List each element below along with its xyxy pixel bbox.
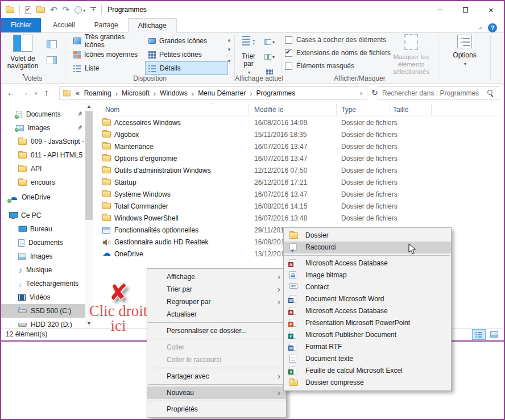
close-button[interactable]: × [478,1,504,18]
sidebar-item-telechargements[interactable]: Téléchargements [1,277,93,290]
view-tres-grandes-icones[interactable]: Très grandes icônes [70,34,145,48]
customize-qat-icon[interactable] [90,7,96,12]
file-row[interactable]: Algobox 15/11/2016 18:35 Dossier de fich… [93,129,504,141]
submenu-item-access-database[interactable]: AMicrosoft Access Database [284,257,451,269]
up-icon[interactable]: ↑ [44,88,49,97]
context-item-partager-avec[interactable]: Partager avec [147,370,286,382]
breadcrumb-roaming[interactable]: Roaming [82,89,114,97]
sidebar-item-documents-pinned[interactable]: Documents [1,107,93,121]
submenu-item-word-document[interactable]: WDocument Microsoft Word [284,293,451,305]
undo-icon[interactable]: ↶ [50,5,57,15]
context-item-nouveau[interactable]: Nouveau [147,386,286,399]
submenu-item-dossier[interactable]: Dossier [284,230,451,242]
add-columns-button[interactable] [262,50,277,64]
column-divider[interactable] [248,104,249,115]
checkbox-cases-a-cocher[interactable]: Cases à cocher des éléments [285,36,386,44]
sidebar-item-009-javascript[interactable]: 009 - JavaScript - [1,135,93,148]
column-divider[interactable] [390,104,390,115]
context-item-proprietes[interactable]: Propriétés [147,403,286,415]
sidebar-item-musique[interactable]: Musique [1,263,93,277]
sidebar-item-011-api-html5[interactable]: 011 - API HTML5 [1,148,93,162]
tab-partage[interactable]: Partage [85,18,128,32]
group-by-button[interactable] [262,35,277,49]
more-views-icon[interactable]: ▼ [225,56,233,65]
properties-icon[interactable] [25,6,31,14]
context-item-personnaliser[interactable]: Personnaliser ce dossier... [147,325,286,337]
breadcrumb-windows[interactable]: Windows [158,89,190,97]
submenu-item-powerpoint[interactable]: PPrésentation Microsoft PowerPoint [284,317,451,329]
checkbox-elements-masques[interactable]: Éléments masqués [285,62,354,70]
view-grandes-icones[interactable]: Grandes icônes [145,34,228,48]
sidebar-item-ssd-c[interactable]: SSD 500 (C:) [1,304,93,318]
submenu-item-access-database-2[interactable]: AMicrosoft Access Database [284,305,451,317]
submenu-item-dossier-compresse[interactable]: Dossier compressé [284,377,451,389]
address-dropdown-icon[interactable]: ∨ [355,90,367,96]
refresh-icon[interactable]: ↻ [371,88,378,97]
sidebar-item-images[interactable]: Images [1,249,93,263]
file-row[interactable]: Startup 26/12/2016 17:21 Dossier de fich… [93,177,504,189]
breadcrumb-menu-demarrer[interactable]: Menu Démarrer [196,89,248,97]
submenu-item-rtf[interactable]: WFormat RTF [284,341,451,353]
file-row[interactable]: Options d'ergonomie 16/07/2016 13:47 Dos… [93,153,504,165]
redo-icon[interactable]: ↷ [63,5,70,15]
column-divider[interactable] [336,104,337,115]
file-row[interactable]: Système Windows 16/07/2016 13:47 Dossier… [93,189,504,201]
details-pane-button[interactable] [44,53,59,67]
tab-fichier[interactable]: Fichier [1,18,41,32]
sidebar-item-api[interactable]: API [1,162,93,176]
recent-locations-icon[interactable]: ∨ [34,90,38,96]
submenu-item-image-bitmap[interactable]: Image bitmap [284,269,451,281]
view-icones-moyennes[interactable]: Icônes moyennes [70,48,145,61]
sidebar-item-encours[interactable]: encours [1,176,93,189]
scrollbar-thumb[interactable] [85,111,93,220]
sort-by-button[interactable]: Trier par [236,35,261,76]
sidebar-item-onedrive[interactable]: OneDrive [1,190,93,204]
history-icon[interactable] [74,6,85,14]
help-icon[interactable]: ? [488,23,497,32]
minimize-button[interactable] [427,1,453,18]
submenu-item-excel[interactable]: XFeuille de calcul Microsoft Excel [284,365,451,377]
column-header-modifie-le[interactable]: Modifié le [254,106,283,114]
submenu-item-document-texte[interactable]: Document texte [284,353,451,365]
tab-affichage[interactable]: Affichage [128,18,177,33]
column-header-nom[interactable]: Nom [105,106,119,114]
search-icon[interactable] [487,90,494,97]
details-view-toggle[interactable] [472,329,486,340]
scroll-up-icon[interactable]: ▲ [225,35,233,45]
file-row[interactable]: Total Commander 16/08/2016 14:15 Dossier… [93,201,504,213]
collapse-ribbon-icon[interactable]: › [475,27,484,29]
tab-accueil[interactable]: Accueil [43,18,85,32]
breadcrumb-programmes[interactable]: Programmes [254,89,298,97]
sidebar-item-images-pinned[interactable]: Images [1,121,93,135]
back-icon[interactable]: ← [7,88,15,97]
thumbnails-view-toggle[interactable] [487,329,501,340]
column-divider[interactable] [431,104,432,115]
navigation-pane-button[interactable]: Volet de navigation [5,35,41,78]
scroll-up-icon[interactable]: ▲ [85,103,93,111]
sidebar-item-ce-pc[interactable]: Ce PC [1,209,93,222]
submenu-item-publisher[interactable]: PMicrosoft Publisher Document [284,329,451,341]
search-box[interactable]: Rechercher dans : Programmes [378,86,499,100]
column-header-taille[interactable]: Taille [393,106,408,114]
breadcrumb[interactable]: « Roaming › Microsoft › Windows › Menu D… [59,86,367,100]
view-details[interactable]: Détails [145,61,228,75]
column-header-type[interactable]: Type [341,106,356,114]
file-row[interactable]: Accessoires Windows 16/08/2016 14:09 Dos… [93,117,504,129]
options-button[interactable]: Options [448,35,482,67]
context-item-actualiser[interactable]: Actualiser [147,308,286,321]
scroll-down-icon[interactable]: ▼ [225,45,233,55]
context-item-affichage[interactable]: Affichage [147,271,286,283]
sidebar-item-videos[interactable]: Vidéos [1,290,93,304]
view-liste[interactable]: Liste [70,61,145,75]
checkbox-extensions[interactable]: Extensions de noms de fichiers [285,49,391,57]
submenu-item-raccourci[interactable]: Raccourci [284,242,451,253]
context-item-regrouper-par[interactable]: Regrouper par [147,296,286,308]
view-petites-icones[interactable]: Petites icônes [145,48,228,61]
breadcrumb-microsoft[interactable]: Microsoft [119,89,152,97]
file-row[interactable]: Maintenance 16/07/2016 13:47 Dossier de … [93,141,504,153]
preview-pane-button[interactable] [44,38,59,51]
context-item-trier-par[interactable]: Trier par [147,283,286,296]
file-row[interactable]: Windows PowerShell 16/07/2016 13:48 Doss… [93,213,504,224]
sidebar-item-bureau[interactable]: Bureau [1,222,93,236]
submenu-item-contact[interactable]: Contact [284,281,451,293]
